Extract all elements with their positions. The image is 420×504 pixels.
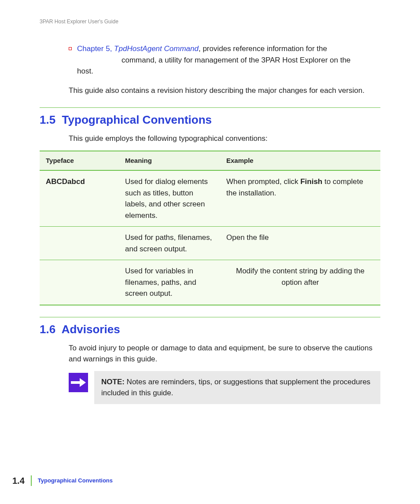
cell-meaning: Used for dialog elements such as titles,… bbox=[119, 170, 220, 227]
bullet-after-ref: , provides reference information for the bbox=[199, 44, 327, 53]
example-pre: Modify the content string by adding the bbox=[236, 267, 365, 275]
example-pre: When prompted, click bbox=[226, 177, 300, 186]
section-divider bbox=[40, 107, 380, 108]
cell-example: When prompted, click Finish to complete … bbox=[220, 170, 380, 227]
table-row: ABCDabcd Used for dialog elements such a… bbox=[40, 170, 380, 227]
cell-typeface: ABCDabcd bbox=[40, 170, 119, 227]
footer-title: Typographical Conventions bbox=[38, 476, 113, 485]
note-body: NOTE: Notes are reminders, tips, or sugg… bbox=[94, 371, 380, 404]
bullet-item: Chapter 5, TpdHostAgent Command, provide… bbox=[69, 43, 380, 77]
bullet-icon bbox=[69, 47, 72, 50]
table-header-row: Typeface Meaning Example bbox=[40, 151, 380, 171]
note-block: NOTE: Notes are reminders, tips, or sugg… bbox=[69, 371, 380, 404]
section-title-text: Typographical Conventions bbox=[62, 113, 212, 126]
th-typeface: Typeface bbox=[40, 151, 119, 171]
page-number: 1.4 bbox=[12, 474, 25, 487]
cell-example: Modify the content string by adding the … bbox=[220, 260, 380, 305]
th-meaning: Meaning bbox=[119, 151, 220, 171]
section-15-lead: This guide employs the following typogra… bbox=[69, 133, 380, 144]
cell-typeface bbox=[40, 227, 119, 260]
table-row: Used for variables in filenames, paths, … bbox=[40, 260, 380, 305]
example-bold: Finish bbox=[300, 177, 322, 186]
cell-meaning: Used for variables in filenames, paths, … bbox=[119, 260, 220, 305]
cell-example: Open the file bbox=[220, 227, 380, 260]
bullet-text-line1: Chapter 5, TpdHostAgent Command, provide… bbox=[77, 43, 327, 55]
cell-meaning: Used for paths, filenames, and screen ou… bbox=[119, 227, 220, 260]
example-pre: Open the file bbox=[226, 233, 269, 242]
section-heading-16: 1.6 Advisories bbox=[40, 321, 380, 338]
cell-typeface bbox=[40, 260, 119, 305]
page-footer: 1.4 Typographical Conventions bbox=[12, 474, 113, 487]
svg-rect-0 bbox=[71, 381, 80, 384]
intro-paragraph: This guide also contains a revision hist… bbox=[69, 85, 380, 96]
section-divider bbox=[40, 317, 380, 317]
chapter-title-link[interactable]: TpdHostAgent Command bbox=[114, 44, 199, 53]
bullet-text-line3: host. bbox=[77, 66, 380, 77]
section-number: 1.6 bbox=[40, 323, 55, 336]
example-post: option after bbox=[281, 278, 319, 287]
note-text: Notes are reminders, tips, or suggestion… bbox=[101, 378, 370, 397]
table-row: Used for paths, filenames, and screen ou… bbox=[40, 227, 380, 260]
svg-marker-1 bbox=[80, 378, 86, 387]
section-title-text: Advisories bbox=[62, 323, 120, 336]
section-number: 1.5 bbox=[40, 113, 55, 126]
th-example: Example bbox=[220, 151, 380, 171]
note-arrow-icon bbox=[69, 373, 88, 392]
bullet-text-line2: command, a utility for management of the… bbox=[122, 55, 380, 66]
chapter-ref-link[interactable]: Chapter 5, bbox=[77, 44, 114, 53]
footer-divider bbox=[31, 475, 32, 486]
note-label: NOTE: bbox=[101, 378, 125, 386]
section-16-lead: To avoid injury to people or damage to d… bbox=[69, 342, 380, 365]
conventions-table: Typeface Meaning Example ABCDabcd Used f… bbox=[40, 151, 380, 305]
running-header: 3PAR Host Explorer User's Guide bbox=[40, 18, 380, 26]
section-heading-15: 1.5 Typographical Conventions bbox=[40, 111, 380, 129]
